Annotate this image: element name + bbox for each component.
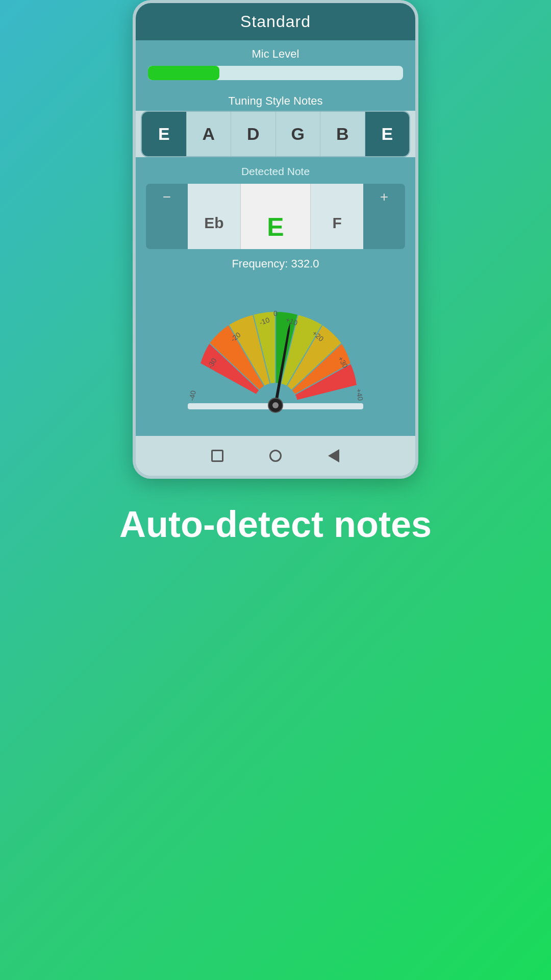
note-minus-btn[interactable]: − bbox=[146, 184, 188, 207]
svg-text:-40: -40 bbox=[187, 390, 197, 402]
note-tabs: E A D G B E bbox=[141, 111, 410, 157]
note-tab-g[interactable]: G bbox=[276, 112, 321, 156]
detected-note-section: Detected Note − + Eb E F Frequency: 332.… bbox=[136, 157, 415, 283]
nav-home-button[interactable] bbox=[267, 447, 284, 464]
note-tab-a[interactable]: A bbox=[187, 112, 232, 156]
note-plus-btn[interactable]: + bbox=[363, 184, 405, 207]
note-left: Eb bbox=[188, 207, 240, 249]
svg-point-14 bbox=[272, 402, 279, 408]
note-right: F bbox=[311, 207, 363, 249]
nav-square-button[interactable] bbox=[209, 447, 226, 464]
nav-back-button[interactable] bbox=[325, 447, 342, 464]
gauge-container: -40 -30 -20 -10 0 +10 +20 +30 +40 bbox=[153, 288, 398, 421]
tuning-style-label: Tuning Style Notes bbox=[136, 89, 415, 111]
gauge-svg: -40 -30 -20 -10 0 +10 +20 +30 +40 bbox=[153, 288, 398, 421]
nav-back-icon bbox=[328, 449, 339, 462]
bottom-text: Auto-detect notes bbox=[89, 504, 462, 545]
detected-note-label: Detected Note bbox=[146, 165, 405, 178]
note-center: E bbox=[240, 207, 311, 249]
note-tab-b[interactable]: B bbox=[320, 112, 365, 156]
gauge-section: -40 -30 -20 -10 0 +10 +20 +30 +40 bbox=[136, 283, 415, 436]
mic-level-label: Mic Level bbox=[148, 47, 403, 61]
svg-text:0: 0 bbox=[273, 309, 278, 317]
mic-level-bar-bg bbox=[148, 66, 403, 80]
note-tab-e1[interactable]: E bbox=[142, 112, 187, 156]
note-tab-e2[interactable]: E bbox=[365, 112, 410, 156]
note-tab-d[interactable]: D bbox=[231, 112, 276, 156]
mic-level-bar-fill bbox=[148, 66, 219, 80]
title-text: Standard bbox=[240, 12, 311, 31]
title-bar: Standard bbox=[136, 3, 415, 40]
note-tabs-wrapper: E A D G B E bbox=[136, 111, 415, 157]
mic-level-section: Mic Level bbox=[136, 40, 415, 89]
phone-frame: Standard Mic Level Tuning Style Notes E … bbox=[133, 0, 418, 479]
nav-bar bbox=[136, 436, 415, 476]
svg-text:+40: +40 bbox=[355, 388, 365, 401]
nav-circle-icon bbox=[269, 450, 282, 462]
nav-square-icon bbox=[211, 450, 223, 462]
frequency-label: Frequency: 332.0 bbox=[146, 249, 405, 275]
